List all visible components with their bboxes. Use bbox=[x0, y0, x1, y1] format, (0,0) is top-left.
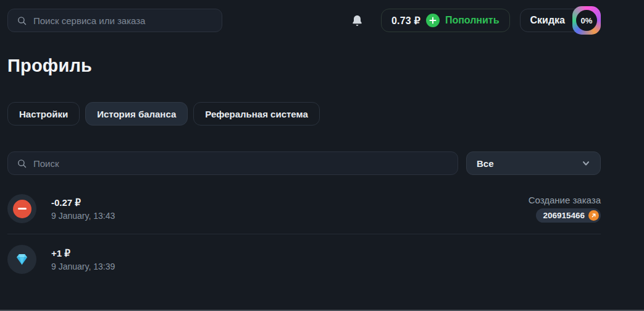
history-filter-row: Все bbox=[7, 151, 601, 175]
tab-settings[interactable]: Настройки bbox=[7, 102, 80, 126]
plus-circle-icon bbox=[426, 14, 440, 27]
search-icon bbox=[17, 15, 27, 26]
transaction-type: Создание заказа bbox=[529, 195, 601, 205]
order-id: 206915466 bbox=[543, 211, 585, 220]
transaction-row[interactable]: -0.27 ₽ 9 January, 13:43 Создание заказа… bbox=[7, 184, 601, 234]
arrow-up-right-icon bbox=[588, 210, 599, 221]
tab-balance-history[interactable]: История баланса bbox=[85, 102, 188, 126]
tab-referral-system[interactable]: Реферальная система bbox=[193, 102, 319, 126]
transaction-row[interactable]: +1 ₽ 9 January, 13:39 bbox=[7, 234, 601, 284]
transaction-avatar bbox=[7, 245, 36, 274]
gem-icon bbox=[14, 251, 30, 268]
transaction-date: 9 January, 13:43 bbox=[51, 211, 115, 221]
page-title: Профиль bbox=[7, 56, 601, 76]
transaction-amount: +1 ₽ bbox=[51, 248, 115, 259]
discount-ring-icon: 0% bbox=[572, 6, 601, 35]
notifications-button[interactable] bbox=[348, 12, 366, 30]
chevron-down-icon bbox=[582, 159, 590, 168]
discount-label: Скидка bbox=[530, 15, 565, 26]
transaction-amount: -0.27 ₽ bbox=[51, 197, 115, 208]
balance-topup-button[interactable]: 0.73 ₽ Пополнить bbox=[381, 9, 510, 32]
history-search-input[interactable] bbox=[33, 158, 449, 169]
minus-circle-icon bbox=[13, 200, 31, 218]
transaction-avatar bbox=[7, 194, 36, 223]
balance-history-list: -0.27 ₽ 9 January, 13:43 Создание заказа… bbox=[7, 184, 601, 284]
transaction-date: 9 January, 13:39 bbox=[51, 262, 115, 271]
bell-icon bbox=[351, 14, 364, 27]
category-select[interactable]: Все bbox=[466, 151, 601, 175]
order-link[interactable]: 206915466 bbox=[536, 208, 601, 223]
discount-value: 0% bbox=[576, 10, 597, 31]
global-search[interactable] bbox=[7, 9, 222, 32]
transaction-main: +1 ₽ 9 January, 13:39 bbox=[51, 248, 115, 271]
category-select-value: Все bbox=[477, 158, 494, 169]
transaction-main: -0.27 ₽ 9 January, 13:43 bbox=[51, 197, 115, 221]
global-search-input[interactable] bbox=[33, 15, 213, 26]
topbar: 0.73 ₽ Пополнить Скидка 0% bbox=[7, 9, 601, 32]
profile-page: 0.73 ₽ Пополнить Скидка 0% Профиль Настр… bbox=[0, 9, 644, 284]
search-icon bbox=[17, 158, 27, 169]
balance-amount: 0.73 ₽ bbox=[391, 15, 420, 27]
transaction-details: Создание заказа 206915466 bbox=[529, 195, 601, 223]
topup-label: Пополнить bbox=[445, 15, 500, 26]
profile-tabs: Настройки История баланса Реферальная си… bbox=[7, 102, 601, 126]
topbar-right: 0.73 ₽ Пополнить Скидка 0% bbox=[348, 9, 601, 32]
discount-button[interactable]: Скидка 0% bbox=[520, 9, 601, 32]
history-search[interactable] bbox=[7, 151, 458, 175]
